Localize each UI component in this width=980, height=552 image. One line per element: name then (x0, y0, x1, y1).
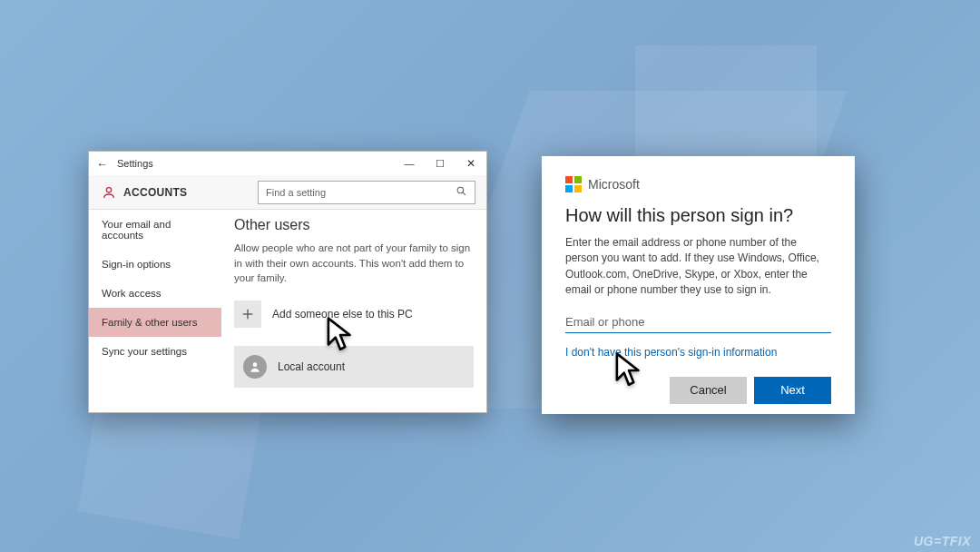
next-button[interactable]: Next (754, 377, 831, 404)
window-titlebar: ← Settings — ☐ ✕ (89, 152, 486, 175)
sidebar-item-sync-settings[interactable]: Sync your settings (89, 337, 221, 366)
dialog-heading: How will this person sign in? (565, 205, 831, 226)
ms-brand-row: Microsoft (565, 176, 831, 192)
back-icon[interactable]: ← (96, 157, 108, 171)
svg-point-5 (253, 362, 258, 367)
search-icon (456, 185, 467, 200)
microsoft-logo-icon (565, 176, 582, 192)
settings-content: Other users Allow people who are not par… (221, 210, 486, 412)
sidebar-item-signin-options[interactable]: Sign-in options (89, 250, 221, 279)
search-input[interactable]: Find a setting (258, 181, 475, 204)
svg-line-2 (463, 192, 466, 195)
minimize-button[interactable]: — (394, 152, 425, 175)
ms-signin-dialog: Microsoft How will this person sign in? … (542, 156, 855, 414)
sidebar-item-family-other-users[interactable]: Family & other users (89, 308, 221, 337)
local-account-label: Local account (278, 360, 345, 373)
search-placeholder: Find a setting (266, 187, 326, 198)
no-signin-info-link[interactable]: I don't have this person's sign-in infor… (565, 346, 831, 359)
local-account-row[interactable]: Local account (234, 346, 474, 388)
email-phone-input[interactable]: Email or phone (565, 311, 831, 333)
svg-point-0 (106, 187, 111, 192)
cancel-button[interactable]: Cancel (670, 377, 747, 404)
avatar-icon (243, 355, 267, 379)
window-title: Settings (117, 158, 153, 169)
settings-sidebar: Your email and accounts Sign-in options … (89, 210, 221, 412)
section-description: Allow people who are not part of your fa… (234, 241, 474, 286)
section-heading: Other users (234, 217, 474, 233)
accounts-icon (102, 185, 116, 200)
add-someone-row[interactable]: Add someone else to this PC (234, 301, 474, 328)
settings-window: ← Settings — ☐ ✕ ACCOUNTS Find a setting (88, 151, 487, 413)
plus-icon (234, 301, 261, 328)
dialog-description: Enter the email address or phone number … (565, 235, 831, 299)
add-someone-label: Add someone else to this PC (272, 308, 413, 320)
settings-header: ACCOUNTS Find a setting (89, 175, 486, 210)
close-button[interactable]: ✕ (456, 152, 486, 175)
ms-brand-label: Microsoft (588, 177, 640, 192)
accounts-label: ACCOUNTS (123, 186, 187, 199)
watermark: UG=TFIX (914, 534, 971, 548)
sidebar-item-work-access[interactable]: Work access (89, 279, 221, 308)
svg-point-1 (457, 187, 464, 193)
maximize-button[interactable]: ☐ (425, 152, 456, 175)
sidebar-item-email-accounts[interactable]: Your email and accounts (89, 210, 221, 250)
